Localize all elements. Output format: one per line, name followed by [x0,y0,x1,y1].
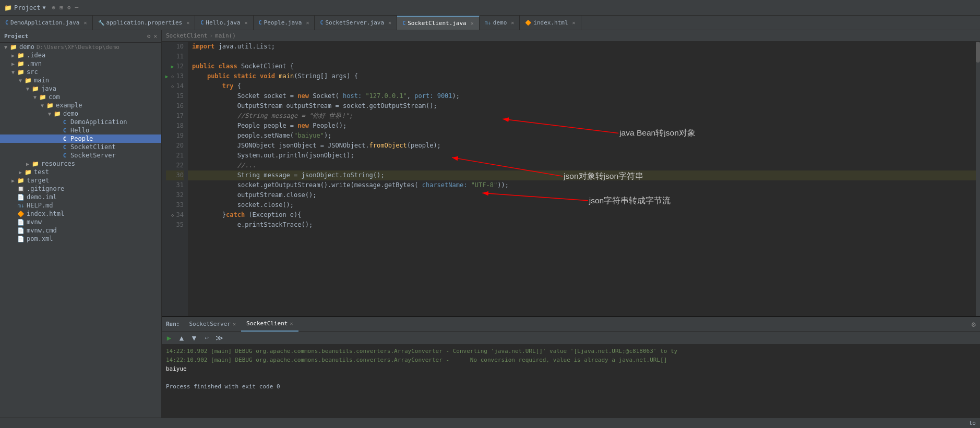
gear-icon[interactable]: ⚙ [147,33,151,40]
keyword: try [222,81,234,91]
tree-item-index-html[interactable]: 🔶 index.html [0,210,161,218]
tree-item-DemoApplication[interactable]: C DemoApplication [0,118,161,126]
folder-icon: 📁 [24,169,32,176]
code-text [214,62,218,71]
tree-item-target[interactable]: ▶ 📁 target [0,176,161,185]
tree-item-Hello[interactable]: C Hello [0,126,161,134]
tab-label: index.html [533,19,568,26]
tree-item-src[interactable]: ▼ 📁 src [0,68,161,76]
tab-close-icon[interactable]: ✕ [511,20,514,26]
tree-item-SocketServer[interactable]: C SocketServer [0,151,161,160]
comment: //... [192,161,256,170]
line-num-11: 11 [166,52,184,62]
tab-People[interactable]: C People.java ✕ [254,16,315,30]
close-panel-icon[interactable]: ✕ [153,33,157,40]
code-text: outputStream.close(); [192,190,316,200]
split-icon[interactable]: ⊞ [59,4,63,11]
bottom-tab-close-icon[interactable]: ✕ [233,321,236,327]
tree-item-main[interactable]: ▼ 📁 main [0,76,161,84]
code-line-20: JSONObject jsonObject = JSONObject.fromO… [188,141,980,151]
line-num-13: ▶⬦13 [166,71,184,81]
tree-item-mvnw[interactable]: 📄 mvnw [0,218,161,226]
bottom-tab-SocketClient[interactable]: SocketClient ✕ [241,317,298,332]
tree-item-mvnw-cmd[interactable]: 📄 mvnw.cmd [0,226,161,235]
tab-close-icon[interactable]: ✕ [572,20,576,26]
tab-close-icon[interactable]: ✕ [186,20,189,26]
tab-index[interactable]: 🔶 index.html ✕ [520,16,581,30]
tree-item-demo-pkg[interactable]: ▼ 📁 demo [0,109,161,118]
code-text: OutputStream outputStream = socket.getOu… [192,101,437,111]
tab-label: People.java [264,19,302,26]
tree-item-test[interactable]: ▶ 📁 test [0,168,161,176]
code-line-14: try { [188,81,980,91]
string-literal: "UTF-8" [471,180,498,190]
console-line-5: Process finished with exit code 0 [166,382,976,391]
run-btn-13[interactable]: ▶ [165,71,169,81]
tab-close-icon[interactable]: ✕ [471,20,474,26]
tab-application[interactable]: 🔧 application.properties ✕ [93,16,196,30]
code-area[interactable]: import java.util.List; public class Sock… [188,42,980,316]
arrow-icon: ▶ [9,61,17,67]
tree-item-demo-iml[interactable]: 📄 demo.iml [0,193,161,201]
tree-item-pom[interactable]: 📄 pom.xml [0,235,161,243]
tree-item-HELP[interactable]: m↓ HELP.md [0,201,161,210]
bottom-tab-SocketServer[interactable]: SocketServer ✕ [184,317,242,332]
settings-icon[interactable]: ⚙ [67,4,71,11]
code-text: ); [324,131,331,141]
play-button[interactable]: ▶ [164,333,174,343]
code-text: java.util.List; [214,42,275,52]
tab-SocketClient[interactable]: C SocketClient.java ✕ [397,16,480,30]
line-num-15: 15 [166,91,184,101]
add-tab-icon[interactable]: ⊕ [52,4,56,11]
vertical-scrollbar[interactable] [976,42,980,316]
expand-button[interactable]: ≫ [214,333,224,343]
tree-item-People[interactable]: C People [0,134,161,143]
tree-item-com[interactable]: ▼ 📁 com [0,93,161,101]
tree-item-example[interactable]: ▼ 📁 example [0,101,161,109]
tab-demo[interactable]: m↓ demo ✕ [480,16,520,30]
keyword: new [297,121,309,131]
tree-label: .idea [27,52,45,59]
code-text: { [233,81,241,91]
tree-item-idea[interactable]: ▶ 📁 .idea [0,51,161,59]
tab-Hello[interactable]: C Hello.java ✕ [195,16,253,30]
tab-close-icon[interactable]: ✕ [388,20,391,26]
scrollbar-thumb[interactable] [976,42,980,63]
md-icon: m↓ [485,20,491,26]
bottom-tab-close-icon[interactable]: ✕ [290,321,293,326]
code-text: socket.getOutputStream().write(message.g… [192,180,422,190]
tree-item-mvn[interactable]: ▶ 📁 .mvn [0,59,161,68]
function-name: main [279,71,294,81]
wrap-button[interactable]: ↩ [201,333,212,343]
code-text: SocketClient { [237,62,294,71]
scroll-up-button[interactable]: ▲ [176,333,187,343]
tree-item-java[interactable]: ▼ 📁 java [0,84,161,93]
line-numbers: 10 11 ▶12 ▶⬦13 ⬦14 15 16 17 18 19 20 21 … [162,42,188,316]
tab-close-icon[interactable]: ✕ [83,20,87,26]
comment: //String message = "你好 世界!"; [192,111,353,121]
tree-item-resources[interactable]: ▶ 📁 resources [0,160,161,168]
minimize-icon[interactable]: ─ [75,4,78,11]
project-icon: 📁 [4,4,12,11]
tab-SocketServer[interactable]: C SocketServer.java ✕ [315,16,397,30]
code-text: , [407,91,414,101]
tab-close-icon[interactable]: ✕ [306,20,309,26]
scroll-down-button[interactable]: ▼ [189,333,199,343]
tree-item-SocketClient[interactable]: C SocketClient [0,143,161,151]
tree-label: demo [19,43,34,51]
tree-item-gitignore[interactable]: 🔲 .gitignore [0,185,161,193]
tab-DemoApplication[interactable]: C DemoApplication.java ✕ [0,16,93,30]
code-text: e.printStackTrace(); [192,220,313,230]
line-num-16: 16 [166,101,184,111]
project-dropdown-icon[interactable]: ▼ [43,5,46,10]
folder-icon: 📁 [46,102,54,109]
tree-label: src [27,68,38,76]
tree-item-demo-root[interactable]: ▼ 📁 demo D:\Users\XF\Desktop\demo [0,43,161,51]
bottom-panel-settings[interactable]: ⚙ [972,320,980,328]
string-literal: "127.0.0.1" [365,91,407,101]
bottom-panel-header: Run: SocketServer ✕ SocketClient ✕ ⚙ [162,317,980,332]
run-btn-12[interactable]: ▶ [171,62,174,71]
tab-close-icon[interactable]: ✕ [245,20,248,26]
project-panel-header: Project ⚙ ✕ [0,30,161,43]
console-line-2: 14:22:10.902 [main] DEBUG org.apache.com… [166,356,976,364]
